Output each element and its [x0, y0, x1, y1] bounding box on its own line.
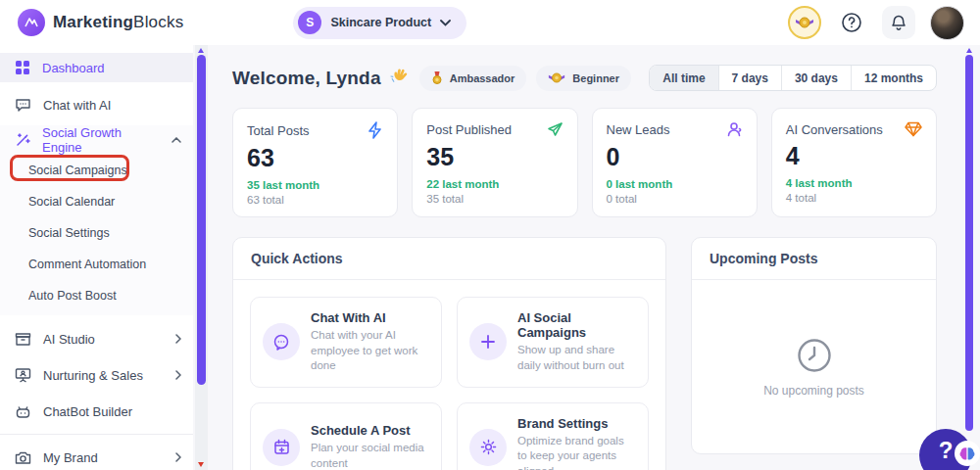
quick-action-desc: Chat with your AI employee to get work d… [311, 328, 429, 374]
quick-action-title: AI Social Campaigns [517, 310, 636, 340]
top-bar: MarketingBlocks S Skincare Product [0, 0, 980, 45]
brand-name-bold: Marketing [53, 13, 133, 31]
achievement-badge-beginner: Beginner [536, 66, 631, 91]
stat-card-new-leads: New Leads 0 0 last month 0 total [592, 108, 758, 217]
presentation-icon [15, 367, 31, 383]
chevron-right-icon [175, 334, 181, 344]
winged-medal-icon [795, 16, 814, 29]
winged-medal-icon [548, 71, 565, 84]
stat-card-total-posts: Total Posts 63 35 last month 63 total [232, 108, 398, 217]
sidebar-subitem-comment-automation[interactable]: Comment Automation [0, 249, 193, 280]
gear-icon [469, 429, 507, 466]
workspace-selector[interactable]: S Skincare Product [293, 7, 466, 39]
sidebar-subitem-social-calendar[interactable]: Social Calendar [0, 186, 193, 217]
scroll-up-arrow-icon[interactable] [198, 48, 204, 53]
sidebar-subitem-social-settings[interactable]: Social Settings [0, 217, 193, 249]
sidebar-scrollbar[interactable] [195, 45, 208, 470]
time-filter-12-months[interactable]: 12 months [851, 66, 936, 90]
stat-value: 35 [426, 143, 563, 171]
grid-icon [15, 60, 30, 75]
scroll-up-arrow-icon[interactable] [966, 48, 972, 53]
stat-total: 63 total [247, 194, 383, 206]
quick-actions-grid: Chat With AI Chat with your AI employee … [233, 280, 665, 470]
badge-label: Ambassador [450, 72, 515, 84]
sidebar-scrollbar-thumb[interactable] [197, 55, 206, 385]
notifications-button[interactable] [882, 6, 915, 39]
sidebar-item-chatbot-builder[interactable]: ChatBot Builder [0, 396, 193, 427]
sidebar-item-label: Dashboard [42, 61, 181, 75]
user-avatar[interactable] [930, 6, 964, 40]
chevron-down-icon [440, 20, 451, 26]
quick-action-ai-social-campaigns[interactable]: AI Social Campaigns Show up and share da… [457, 297, 649, 388]
main-scrollbar[interactable] [964, 45, 974, 470]
help-icon [841, 12, 862, 33]
magic-pencil-icon [15, 132, 30, 148]
lightning-icon [368, 121, 383, 139]
main-scrollbar-thumb[interactable] [965, 55, 973, 431]
upcoming-posts-title: Upcoming Posts [692, 238, 936, 280]
sidebar-group-social-growth: Social Growth Engine Social Campaigns So… [0, 125, 193, 315]
quick-actions-panel: Quick Actions Chat With AI Chat with you… [232, 237, 666, 470]
quick-action-desc: Show up and share daily without burn out [517, 343, 636, 373]
quick-action-desc: Optimize brand goals to keep your agents… [517, 434, 636, 470]
help-button[interactable] [836, 7, 867, 38]
stat-card-ai-conversations: AI Conversations 4 4 last month 4 total [771, 108, 937, 217]
brain-widget-button[interactable] [955, 441, 980, 466]
stat-card-post-published: Post Published 35 22 last month 35 total [412, 108, 577, 217]
quick-actions-title: Quick Actions [233, 238, 665, 280]
stat-value: 0 [607, 143, 743, 171]
quick-action-chat-with-ai[interactable]: Chat With AI Chat with your AI employee … [250, 297, 442, 388]
stats-row: Total Posts 63 35 last month 63 total Po… [232, 108, 937, 217]
sidebar: Dashboard Chat with AI Social Growth Eng… [0, 45, 193, 470]
sidebar-item-dashboard[interactable]: Dashboard [0, 53, 193, 82]
quick-action-schedule-a-post[interactable]: Schedule A Post Plan your social media c… [250, 402, 442, 470]
stat-last-month: 0 last month [607, 178, 743, 190]
studio-box-icon [15, 332, 31, 347]
workspace-name: Skincare Product [330, 16, 431, 29]
quick-action-title: Chat With AI [311, 310, 429, 325]
topbar-actions [788, 6, 964, 40]
main-content: Welcome, Lynda Ambassador [208, 45, 980, 470]
bell-icon [890, 14, 907, 32]
stat-title: New Leads [607, 122, 670, 137]
time-filter-7-days[interactable]: 7 days [718, 66, 781, 90]
chat-bubble-icon [15, 97, 31, 113]
sidebar-item-nurturing-sales[interactable]: Nurturing & Sales [0, 359, 193, 391]
chat-circle-icon [263, 323, 300, 360]
marketingblocks-dashboard: MarketingBlocks S Skincare Product [0, 0, 980, 470]
stat-title: AI Conversations [786, 122, 883, 137]
camera-icon [15, 450, 31, 465]
brand-name: MarketingBlocks [53, 13, 183, 32]
sidebar-item-label: Nurturing & Sales [43, 368, 164, 383]
sidebar-item-label: Social Growth Engine [42, 125, 160, 155]
plus-icon [469, 323, 507, 360]
welcome-row: Welcome, Lynda Ambassador [232, 65, 937, 91]
send-icon [547, 121, 564, 138]
stat-value: 4 [786, 142, 922, 170]
stat-last-month: 22 last month [426, 178, 563, 190]
clock-icon [796, 337, 833, 374]
workspace-initial-badge: S [298, 11, 321, 34]
sidebar-item-ai-studio[interactable]: AI Studio [0, 323, 193, 354]
sidebar-subitem-social-campaigns[interactable]: Social Campaigns [0, 155, 193, 186]
quick-action-brand-settings[interactable]: Brand Settings Optimize brand goals to k… [457, 402, 649, 470]
sidebar-item-label: ChatBot Builder [43, 404, 181, 419]
chevron-right-icon [175, 452, 181, 462]
stat-title: Post Published [426, 122, 512, 137]
sidebar-item-social-growth-engine[interactable]: Social Growth Engine [0, 125, 193, 155]
time-filter-all-time[interactable]: All time [650, 66, 717, 90]
sidebar-subitem-auto-post-boost[interactable]: Auto Post Boost [0, 280, 193, 311]
badge-label: Beginner [572, 72, 619, 84]
chevron-right-icon [175, 370, 181, 380]
time-filter-30-days[interactable]: 30 days [781, 66, 851, 90]
stat-last-month: 4 last month [786, 177, 922, 189]
scroll-down-arrow-icon[interactable] [198, 462, 204, 467]
sidebar-subitem-label: Comment Automation [28, 258, 146, 271]
rewards-badge-button[interactable] [788, 6, 821, 39]
sidebar-item-chat-with-ai[interactable]: Chat with AI [0, 90, 193, 119]
sidebar-subitem-label: Auto Post Boost [28, 289, 117, 303]
sidebar-item-my-brand[interactable]: My Brand [0, 442, 193, 470]
page-title: Welcome, Lynda [232, 68, 381, 89]
stat-total: 35 total [426, 193, 563, 205]
gem-icon [905, 121, 922, 137]
